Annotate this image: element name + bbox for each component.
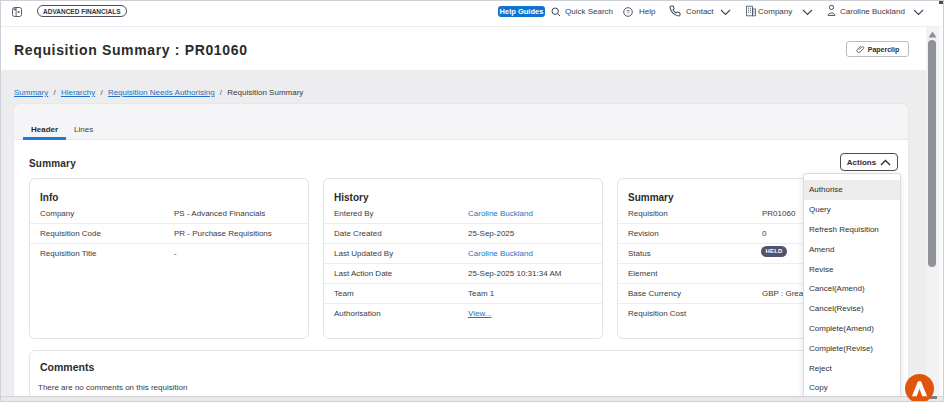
svg-text:?: ? bbox=[626, 9, 630, 15]
